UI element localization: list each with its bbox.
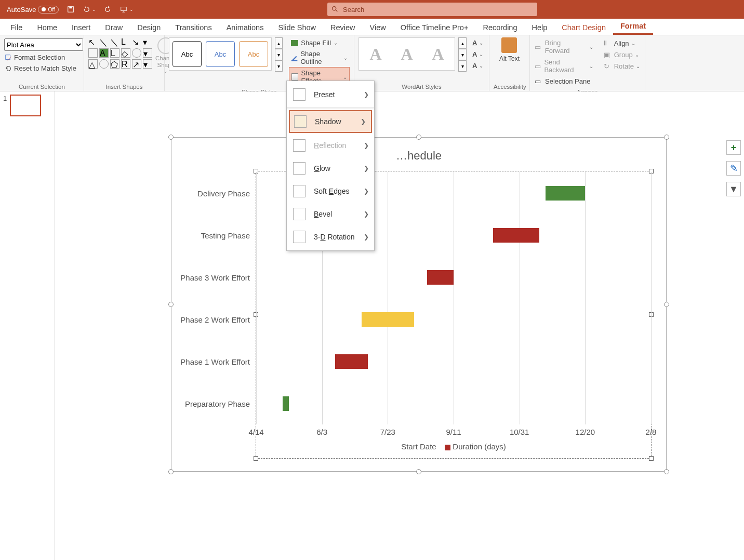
x-tick: 10/31: [510, 428, 529, 436]
group-insert-shapes: ↖＼＼L↘▾ AL◇▾ △⬠R↗▾ Change Shape⌄ Insert S…: [84, 35, 165, 91]
svg-rect-11: [291, 60, 298, 61]
send-backward-button: ▭Send Backward ⌄: [534, 57, 594, 75]
save-icon[interactable]: [64, 4, 77, 15]
selection-pane-button[interactable]: ▭Selection Pane: [534, 76, 594, 87]
bar-preparatory-phase[interactable]: [283, 396, 289, 411]
send-backward-icon: ▭: [535, 62, 542, 70]
shape-effects-menu: Preset❯Shadow❯Reflection❯Glow❯Soft Edges…: [286, 81, 375, 251]
gallery-spinner[interactable]: ▴▾▾: [275, 37, 283, 72]
y-category: Testing Phase: [201, 231, 256, 239]
chart-side-buttons: + ✎ ▼: [726, 140, 741, 196]
slide-preview: [10, 95, 41, 116]
tab-design[interactable]: Design: [130, 20, 168, 35]
shape-fill-button[interactable]: Shape Fill ⌄: [289, 37, 350, 48]
outline-icon: [291, 54, 298, 61]
align-button[interactable]: ⫴Align ⌄: [603, 37, 641, 49]
effects-menu-preset[interactable]: Preset❯: [287, 83, 374, 106]
wordart-preset-1[interactable]: A: [362, 41, 389, 67]
x-tick: 6/3: [316, 428, 327, 436]
wordart-preset-3[interactable]: A: [424, 41, 451, 67]
chart-element-selector[interactable]: Plot Area: [4, 38, 83, 51]
bar-delivery-phase[interactable]: [546, 186, 585, 201]
legend-swatch: [445, 445, 450, 450]
x-tick: 7/23: [380, 428, 395, 436]
chart-elements-button[interactable]: +: [726, 140, 741, 155]
tab-insert[interactable]: Insert: [64, 20, 98, 35]
redo-icon[interactable]: [102, 4, 114, 15]
rotate-button: ↻Rotate ⌄: [603, 61, 641, 72]
slide-thumb-1[interactable]: 1: [3, 95, 51, 116]
undo-icon[interactable]: ⌄: [80, 4, 99, 15]
slide-number: 1: [3, 95, 7, 116]
svg-marker-2: [84, 6, 86, 8]
effects-menu-bevel[interactable]: Bevel❯: [287, 203, 374, 225]
x-tick: 4/14: [248, 428, 263, 436]
tab-help[interactable]: Help: [525, 20, 555, 35]
group-arrange: ▭Bring Forward ⌄ ▭Send Backward ⌄ ▭Selec…: [530, 35, 645, 91]
group-button: ▣Group ⌄: [603, 49, 641, 60]
y-category: Phase 3 Work Effort: [180, 273, 256, 282]
tab-transitions[interactable]: Transitions: [168, 20, 219, 35]
style-preset-1[interactable]: Abc: [172, 41, 202, 67]
slideshow-icon[interactable]: ⌄: [117, 4, 136, 15]
shape-outline-button[interactable]: Shape Outline ⌄: [289, 48, 350, 67]
search-icon: [331, 6, 339, 13]
wordart-gallery[interactable]: A A A: [358, 37, 455, 71]
x-tick: 2/8: [646, 428, 657, 436]
shapes-gallery[interactable]: ↖＼＼L↘▾ AL◇▾ △⬠R↗▾: [88, 37, 152, 69]
tab-home[interactable]: Home: [30, 20, 64, 35]
format-selection-button[interactable]: Format Selection: [4, 52, 65, 63]
group-label: Accessibility: [494, 82, 525, 90]
group-wordart-styles: A A A ▴▾▾ A ⌄ A ⌄ A ⌄ WordArt Styles: [354, 35, 489, 91]
search-input[interactable]: Search: [327, 3, 537, 16]
bar-phase-3-work-effort[interactable]: [427, 270, 454, 285]
wordart-preset-2[interactable]: A: [393, 41, 420, 67]
tab-review[interactable]: Review: [323, 20, 363, 35]
text-fill-button[interactable]: A ⌄: [472, 37, 484, 48]
tab-office-timeline-pro-[interactable]: Office Timeline Pro+: [393, 20, 476, 35]
bring-forward-button: ▭Bring Forward ⌄: [534, 37, 594, 56]
format-icon: [5, 54, 12, 61]
chart-title[interactable]: …hedule: [171, 149, 666, 163]
y-category: Phase 2 Work Effort: [180, 315, 256, 324]
bar-phase-1-work-effort[interactable]: [335, 354, 368, 369]
svg-rect-4: [121, 7, 126, 11]
autosave-toggle[interactable]: AutoSave Off: [4, 4, 61, 15]
align-icon: ⫴: [604, 39, 612, 47]
chart-filter-button[interactable]: ▼: [726, 182, 741, 196]
tab-file[interactable]: File: [3, 20, 30, 35]
style-preset-2[interactable]: Abc: [206, 41, 235, 67]
selection-pane-icon: ▭: [535, 77, 543, 85]
menu-icon: [293, 139, 305, 152]
bar-testing-phase[interactable]: [493, 228, 539, 243]
text-effects-button[interactable]: A ⌄: [472, 60, 484, 71]
shape-style-gallery[interactable]: Abc Abc Abc: [169, 37, 272, 71]
effects-menu-shadow[interactable]: Shadow❯: [289, 110, 372, 133]
effects-menu-soft-edges[interactable]: Soft Edges❯: [287, 180, 374, 203]
effects-menu-3-d-rotation[interactable]: 3-D Rotation❯: [287, 225, 374, 248]
gallery-spinner[interactable]: ▴▾▾: [458, 37, 467, 72]
bring-forward-icon: ▭: [535, 43, 543, 51]
tab-recording[interactable]: Recording: [475, 20, 524, 35]
quick-access-toolbar: AutoSave Off ⌄ ⌄: [0, 4, 140, 15]
reset-to-match-style-button[interactable]: Reset to Match Style: [4, 63, 77, 74]
tab-format[interactable]: Format: [613, 19, 653, 35]
tab-draw[interactable]: Draw: [98, 20, 130, 35]
alt-text-button[interactable]: Alt Text: [499, 37, 520, 62]
bar-phase-2-work-effort[interactable]: [362, 312, 414, 327]
tab-chart-design[interactable]: Chart Design: [554, 20, 613, 35]
tab-slide-show[interactable]: Slide Show: [271, 20, 323, 35]
svg-point-7: [333, 7, 336, 10]
axis-legend: Start Date Duration (days): [256, 442, 651, 451]
menu-icon: [293, 162, 305, 175]
svg-line-8: [336, 10, 338, 12]
style-preset-3[interactable]: Abc: [239, 41, 268, 67]
tab-view[interactable]: View: [363, 20, 393, 35]
effects-menu-glow[interactable]: Glow❯: [287, 157, 374, 180]
tab-animations[interactable]: Animations: [219, 20, 271, 35]
chart-styles-button[interactable]: ✎: [726, 161, 741, 176]
text-outline-button[interactable]: A ⌄: [472, 49, 484, 60]
slide-canvas[interactable]: …hedule Start Date Duration (days) 4/146…: [55, 91, 744, 560]
chart-selection[interactable]: …hedule Start Date Duration (days) 4/146…: [171, 137, 667, 472]
menu-icon: [293, 208, 305, 220]
